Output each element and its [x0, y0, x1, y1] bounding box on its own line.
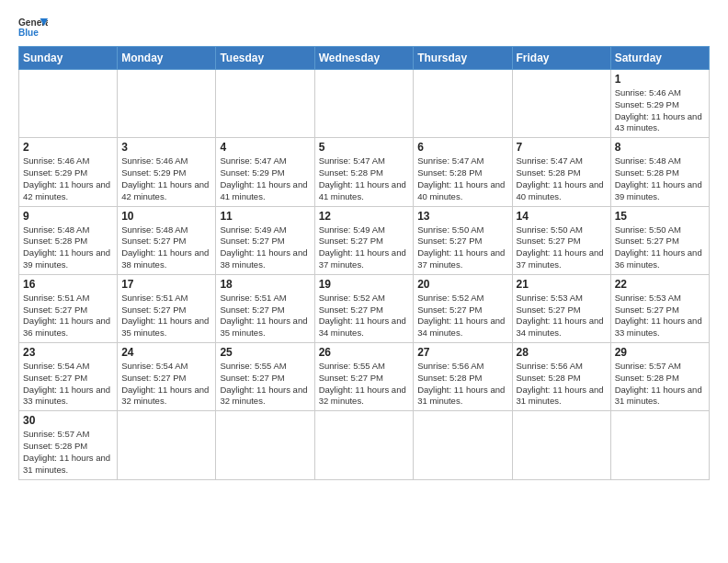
- calendar-cell: 25Sunrise: 5:55 AM Sunset: 5:27 PM Dayli…: [216, 343, 314, 411]
- calendar-cell: 5Sunrise: 5:47 AM Sunset: 5:28 PM Daylig…: [314, 138, 414, 206]
- calendar-header-row: SundayMondayTuesdayWednesdayThursdayFrid…: [19, 47, 710, 70]
- day-info: Sunrise: 5:57 AM Sunset: 5:28 PM Dayligh…: [615, 361, 705, 408]
- calendar-cell: [414, 70, 512, 138]
- day-info: Sunrise: 5:47 AM Sunset: 5:28 PM Dayligh…: [517, 155, 607, 202]
- calendar-cell: [610, 411, 709, 479]
- day-number: 4: [220, 141, 310, 154]
- calendar-cell: 14Sunrise: 5:50 AM Sunset: 5:27 PM Dayli…: [512, 206, 610, 274]
- calendar-week-0: 1Sunrise: 5:46 AM Sunset: 5:29 PM Daylig…: [19, 70, 710, 138]
- calendar-cell: 23Sunrise: 5:54 AM Sunset: 5:27 PM Dayli…: [19, 343, 118, 411]
- calendar-cell: 27Sunrise: 5:56 AM Sunset: 5:28 PM Dayli…: [414, 343, 512, 411]
- calendar-cell: 19Sunrise: 5:52 AM Sunset: 5:27 PM Dayli…: [314, 274, 414, 342]
- calendar-cell: 1Sunrise: 5:46 AM Sunset: 5:29 PM Daylig…: [610, 70, 709, 138]
- logo: General Blue: [18, 15, 48, 40]
- day-header-wednesday: Wednesday: [314, 47, 414, 70]
- calendar-cell: [512, 70, 610, 138]
- day-number: 8: [615, 141, 705, 154]
- day-number: 3: [121, 141, 211, 154]
- day-info: Sunrise: 5:48 AM Sunset: 5:28 PM Dayligh…: [615, 155, 705, 202]
- day-number: 24: [121, 346, 211, 359]
- calendar-week-5: 30Sunrise: 5:57 AM Sunset: 5:28 PM Dayli…: [19, 411, 710, 479]
- day-info: Sunrise: 5:57 AM Sunset: 5:28 PM Dayligh…: [23, 429, 113, 476]
- day-info: Sunrise: 5:48 AM Sunset: 5:27 PM Dayligh…: [121, 224, 211, 271]
- day-info: Sunrise: 5:53 AM Sunset: 5:27 PM Dayligh…: [517, 293, 607, 339]
- page: General Blue SundayMondayTuesdayWednesda…: [0, 0, 728, 489]
- day-info: Sunrise: 5:52 AM Sunset: 5:27 PM Dayligh…: [319, 293, 410, 339]
- day-number: 15: [615, 210, 705, 223]
- calendar-cell: 13Sunrise: 5:50 AM Sunset: 5:27 PM Dayli…: [414, 206, 512, 274]
- day-header-tuesday: Tuesday: [216, 47, 314, 70]
- day-info: Sunrise: 5:46 AM Sunset: 5:29 PM Dayligh…: [121, 155, 211, 202]
- day-number: 21: [517, 278, 607, 291]
- day-number: 2: [23, 141, 113, 154]
- day-number: 16: [23, 278, 113, 291]
- day-info: Sunrise: 5:54 AM Sunset: 5:27 PM Dayligh…: [23, 361, 113, 408]
- calendar-cell: [118, 70, 216, 138]
- calendar-cell: [19, 70, 118, 138]
- calendar-cell: 3Sunrise: 5:46 AM Sunset: 5:29 PM Daylig…: [118, 138, 216, 206]
- calendar-cell: 21Sunrise: 5:53 AM Sunset: 5:27 PM Dayli…: [512, 274, 610, 342]
- calendar-cell: [216, 411, 314, 479]
- day-info: Sunrise: 5:55 AM Sunset: 5:27 PM Dayligh…: [220, 361, 310, 408]
- day-info: Sunrise: 5:47 AM Sunset: 5:29 PM Dayligh…: [220, 155, 310, 202]
- day-number: 7: [517, 141, 607, 154]
- day-number: 29: [615, 346, 705, 359]
- day-header-monday: Monday: [118, 47, 216, 70]
- calendar-cell: 22Sunrise: 5:53 AM Sunset: 5:27 PM Dayli…: [610, 274, 709, 342]
- calendar-cell: 26Sunrise: 5:55 AM Sunset: 5:27 PM Dayli…: [314, 343, 414, 411]
- calendar-week-1: 2Sunrise: 5:46 AM Sunset: 5:29 PM Daylig…: [19, 138, 710, 206]
- day-number: 17: [121, 278, 211, 291]
- day-header-friday: Friday: [512, 47, 610, 70]
- calendar-cell: 6Sunrise: 5:47 AM Sunset: 5:28 PM Daylig…: [414, 138, 512, 206]
- calendar-week-2: 9Sunrise: 5:48 AM Sunset: 5:28 PM Daylig…: [19, 206, 710, 274]
- calendar-cell: 7Sunrise: 5:47 AM Sunset: 5:28 PM Daylig…: [512, 138, 610, 206]
- day-info: Sunrise: 5:50 AM Sunset: 5:27 PM Dayligh…: [615, 224, 705, 271]
- day-number: 9: [23, 210, 113, 223]
- day-info: Sunrise: 5:51 AM Sunset: 5:27 PM Dayligh…: [121, 293, 211, 339]
- day-number: 14: [517, 210, 607, 223]
- day-info: Sunrise: 5:50 AM Sunset: 5:27 PM Dayligh…: [417, 224, 507, 271]
- day-number: 28: [517, 346, 607, 359]
- calendar-cell: 20Sunrise: 5:52 AM Sunset: 5:27 PM Dayli…: [414, 274, 512, 342]
- day-number: 22: [615, 278, 705, 291]
- day-header-saturday: Saturday: [610, 47, 709, 70]
- calendar-cell: 29Sunrise: 5:57 AM Sunset: 5:28 PM Dayli…: [610, 343, 709, 411]
- svg-text:Blue: Blue: [18, 28, 39, 38]
- day-number: 10: [121, 210, 211, 223]
- day-info: Sunrise: 5:46 AM Sunset: 5:29 PM Dayligh…: [615, 87, 705, 134]
- calendar-cell: 18Sunrise: 5:51 AM Sunset: 5:27 PM Dayli…: [216, 274, 314, 342]
- generalblue-logo-icon: General Blue: [18, 15, 48, 40]
- day-info: Sunrise: 5:50 AM Sunset: 5:27 PM Dayligh…: [517, 224, 607, 271]
- header: General Blue: [18, 15, 710, 40]
- calendar-cell: 9Sunrise: 5:48 AM Sunset: 5:28 PM Daylig…: [19, 206, 118, 274]
- day-info: Sunrise: 5:46 AM Sunset: 5:29 PM Dayligh…: [23, 155, 113, 202]
- day-info: Sunrise: 5:51 AM Sunset: 5:27 PM Dayligh…: [23, 293, 113, 339]
- day-number: 18: [220, 278, 310, 291]
- day-info: Sunrise: 5:54 AM Sunset: 5:27 PM Dayligh…: [121, 361, 211, 408]
- day-info: Sunrise: 5:47 AM Sunset: 5:28 PM Dayligh…: [319, 155, 410, 202]
- calendar-cell: 17Sunrise: 5:51 AM Sunset: 5:27 PM Dayli…: [118, 274, 216, 342]
- day-number: 27: [417, 346, 507, 359]
- day-header-sunday: Sunday: [19, 47, 118, 70]
- day-info: Sunrise: 5:56 AM Sunset: 5:28 PM Dayligh…: [417, 361, 507, 408]
- day-number: 20: [417, 278, 507, 291]
- calendar-cell: [314, 70, 414, 138]
- calendar-cell: [414, 411, 512, 479]
- day-header-thursday: Thursday: [414, 47, 512, 70]
- day-info: Sunrise: 5:53 AM Sunset: 5:27 PM Dayligh…: [615, 293, 705, 339]
- calendar-cell: 28Sunrise: 5:56 AM Sunset: 5:28 PM Dayli…: [512, 343, 610, 411]
- day-number: 12: [319, 210, 410, 223]
- calendar-cell: [216, 70, 314, 138]
- calendar-cell: 15Sunrise: 5:50 AM Sunset: 5:27 PM Dayli…: [610, 206, 709, 274]
- calendar-cell: 10Sunrise: 5:48 AM Sunset: 5:27 PM Dayli…: [118, 206, 216, 274]
- day-number: 30: [23, 414, 113, 427]
- calendar-cell: 8Sunrise: 5:48 AM Sunset: 5:28 PM Daylig…: [610, 138, 709, 206]
- calendar-cell: [512, 411, 610, 479]
- day-number: 5: [319, 141, 410, 154]
- day-number: 11: [220, 210, 310, 223]
- day-number: 13: [417, 210, 507, 223]
- calendar-cell: [118, 411, 216, 479]
- day-info: Sunrise: 5:48 AM Sunset: 5:28 PM Dayligh…: [23, 224, 113, 271]
- day-info: Sunrise: 5:55 AM Sunset: 5:27 PM Dayligh…: [319, 361, 410, 408]
- day-info: Sunrise: 5:56 AM Sunset: 5:28 PM Dayligh…: [517, 361, 607, 408]
